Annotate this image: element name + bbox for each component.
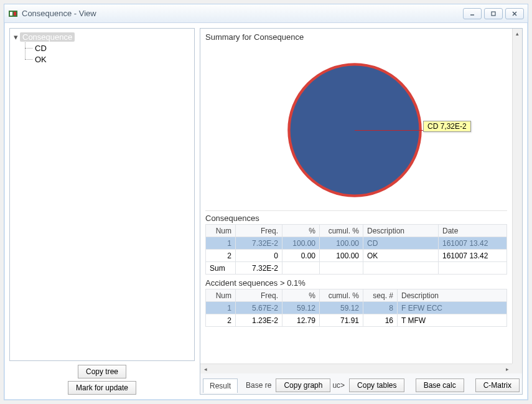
cell: 2: [206, 314, 236, 327]
col-date[interactable]: Date: [439, 225, 507, 237]
cell: 161007 13.42: [439, 237, 507, 250]
consequences-heading: Consequences: [205, 214, 507, 223]
cell: [439, 262, 507, 275]
copy-graph-button[interactable]: Copy graph: [276, 378, 330, 392]
cell-sum-label: Sum: [206, 262, 236, 275]
tab-base-re[interactable]: Base re: [239, 378, 278, 392]
table-sum-row: Sum 7.32E-2: [206, 262, 507, 275]
cell-sum-freq: 7.32E-2: [236, 262, 282, 275]
col-cum[interactable]: cumul. %: [320, 225, 363, 237]
cell: 1: [206, 237, 236, 250]
col-cum[interactable]: cumul. %: [320, 289, 363, 302]
copy-tables-button[interactable]: Copy tables: [349, 378, 404, 392]
col-pct[interactable]: %: [282, 289, 320, 302]
tree-item-label: OK: [35, 55, 47, 64]
cell: 16: [363, 314, 398, 327]
scroll-right-icon[interactable]: ▸: [502, 366, 512, 372]
cell: 12.79: [282, 314, 320, 327]
right-content: Summary for Consequence CD 7,32E-2 Conse…: [200, 29, 512, 373]
cell: F EFW ECC: [398, 302, 507, 314]
maximize-button[interactable]: [484, 8, 503, 19]
app-window: Consequence - View ▾ Consequence CD OK: [4, 4, 528, 400]
window-controls: [463, 8, 524, 19]
cell: 100.00: [320, 250, 363, 262]
accident-heading: Accident sequences > 0.1%: [205, 278, 507, 288]
window-title: Consequence - View: [22, 9, 463, 18]
col-pct[interactable]: %: [282, 225, 320, 237]
col-freq[interactable]: Freq.: [236, 289, 282, 302]
cell: 59.12: [320, 302, 363, 314]
horizontal-scrollbar[interactable]: ◂ ▸: [200, 364, 512, 373]
tree-item-label: CD: [35, 44, 47, 53]
tree-item-ok[interactable]: OK: [11, 54, 193, 65]
cell: 100.00: [320, 237, 363, 250]
accident-table[interactable]: Num Freq. % cumul. % seq. # Description …: [205, 289, 507, 327]
cell: 7.32E-2: [236, 237, 282, 250]
cell: 0.00: [282, 250, 320, 262]
table-row[interactable]: 1 7.32E-2 100.00 100.00 CD 161007 13.42: [206, 237, 507, 250]
cell: CD: [363, 237, 439, 250]
pie-chart-area: CD 7,32E-2: [205, 43, 507, 211]
cell: 2: [206, 250, 236, 262]
tab-result[interactable]: Result: [203, 378, 238, 393]
col-num[interactable]: Num: [206, 289, 236, 302]
vertical-scrollbar[interactable]: ▴: [512, 29, 522, 364]
caret-down-icon[interactable]: ▾: [11, 32, 20, 42]
table-header-row: Num Freq. % cumul. % Description Date: [206, 225, 507, 237]
cell: 71.91: [320, 314, 363, 327]
app-icon: [8, 9, 18, 19]
svg-rect-2: [14, 12, 16, 16]
col-seq[interactable]: seq. #: [363, 289, 398, 302]
c-matrix-button[interactable]: C-Matrix: [475, 378, 520, 392]
pie-leader-line: [355, 130, 423, 131]
tree-root[interactable]: ▾ Consequence: [11, 31, 193, 42]
svg-rect-4: [492, 12, 495, 16]
base-calc-button[interactable]: Base calc: [416, 378, 464, 392]
left-pane: ▾ Consequence CD OK Copy tree Mark for u…: [9, 28, 195, 395]
consequences-table[interactable]: Num Freq. % cumul. % Description Date 1: [205, 224, 507, 275]
col-num[interactable]: Num: [206, 225, 236, 237]
bottom-tab-bar: Result Base re Copy graph uc> Copy table…: [200, 373, 523, 395]
col-desc[interactable]: Description: [363, 225, 439, 237]
cell: 59.12: [282, 302, 320, 314]
scroll-corner: [512, 364, 522, 373]
cell: [320, 262, 363, 275]
cell: 161007 13.42: [439, 250, 507, 262]
cell: 0: [236, 250, 282, 262]
cell: 1: [206, 302, 236, 314]
tree-item-cd[interactable]: CD: [11, 42, 193, 54]
table-header-row: Num Freq. % cumul. % seq. # Description: [206, 289, 507, 302]
left-button-group: Copy tree Mark for update: [9, 361, 195, 395]
cell: 5.67E-2: [236, 302, 282, 314]
cell: OK: [363, 250, 439, 262]
tree-root-label: Consequence: [20, 32, 75, 42]
table-row[interactable]: 1 5.67E-2 59.12 59.12 8 F EFW ECC: [206, 302, 507, 314]
cell: T MFW: [398, 314, 507, 327]
svg-rect-1: [10, 12, 12, 16]
cell: 100.00: [282, 237, 320, 250]
col-freq[interactable]: Freq.: [236, 225, 282, 237]
close-button[interactable]: [505, 8, 524, 19]
summary-heading: Summary for Consequence: [205, 32, 507, 42]
pie-slice-label: CD 7,32E-2: [423, 121, 471, 132]
scroll-up-icon[interactable]: ▴: [513, 29, 522, 39]
cell: 8: [363, 302, 398, 314]
content-area: ▾ Consequence CD OK Copy tree Mark for u…: [4, 23, 528, 400]
titlebar[interactable]: Consequence - View: [4, 4, 528, 23]
cell: [282, 262, 320, 275]
minimize-button[interactable]: [463, 8, 482, 19]
scroll-left-icon[interactable]: ◂: [200, 366, 210, 372]
right-scroll-container: Summary for Consequence CD 7,32E-2 Conse…: [200, 28, 523, 373]
cell: [363, 262, 439, 275]
mark-for-update-button[interactable]: Mark for update: [68, 381, 136, 395]
table-row[interactable]: 2 1.23E-2 12.79 71.91 16 T MFW: [206, 314, 507, 327]
cell: 1.23E-2: [236, 314, 282, 327]
right-pane: Summary for Consequence CD 7,32E-2 Conse…: [200, 28, 523, 395]
tree-view[interactable]: ▾ Consequence CD OK: [9, 28, 195, 361]
copy-tree-button[interactable]: Copy tree: [78, 365, 126, 378]
table-row[interactable]: 2 0 0.00 100.00 OK 161007 13.42: [206, 250, 507, 262]
col-desc[interactable]: Description: [398, 289, 507, 302]
